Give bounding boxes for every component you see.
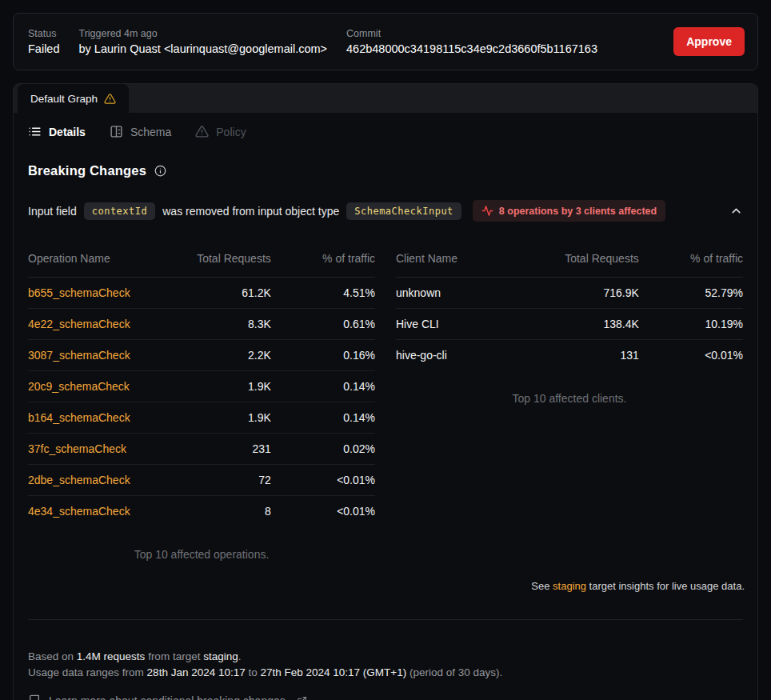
client-requests: 131	[556, 340, 639, 371]
operations-table: Operation Name Total Requests % of traff…	[28, 246, 375, 526]
operation-requests: 8	[188, 496, 271, 527]
table-row: 20c9_schemaCheck 1.9K 0.14%	[28, 371, 375, 402]
operation-link[interactable]: 4e34_schemaCheck	[28, 505, 130, 518]
operation-traffic: 0.16%	[271, 340, 375, 371]
operation-traffic: <0.01%	[271, 496, 375, 527]
operation-requests: 8.3K	[188, 309, 271, 340]
operations-header-traffic: % of traffic	[271, 246, 375, 278]
triggered-label: Triggered 4m ago	[79, 28, 328, 39]
operation-requests: 61.2K	[188, 278, 271, 309]
breaking-changes-title: Breaking Changes	[28, 163, 146, 178]
clients-caption: Top 10 affected clients.	[396, 392, 743, 405]
tab-details[interactable]: Details	[28, 125, 86, 138]
status-column: Status Failed	[28, 28, 60, 55]
operation-link[interactable]: 20c9_schemaCheck	[28, 380, 130, 393]
client-traffic: 10.19%	[639, 309, 743, 340]
graph-tab-strip: Default Graph	[14, 84, 757, 113]
tab-policy-label: Policy	[216, 126, 246, 138]
footer-divider	[28, 619, 743, 620]
commit-hash: 462b48000c34198115c34e9c2d3660f5b1167163	[346, 42, 597, 55]
insights-note: See staging target insights for live usa…	[26, 580, 745, 592]
clients-table-container: Client Name Total Requests % of traffic …	[396, 246, 743, 405]
usage-target-name: staging	[203, 650, 238, 662]
operation-traffic: 4.51%	[271, 278, 375, 309]
operations-caption: Top 10 affected operations.	[28, 548, 375, 561]
usage-text: from target	[148, 650, 200, 662]
operation-link[interactable]: 3087_schemaCheck	[28, 349, 130, 362]
table-row: Hive CLI 138.4K 10.19%	[396, 309, 743, 340]
warning-triangle-icon	[104, 93, 116, 105]
change-text-middle: was removed from input object type	[162, 205, 339, 218]
table-row: b164_schemaCheck 1.9K 0.14%	[28, 402, 375, 434]
triggered-column: Triggered 4m ago by Laurin Quast <laurin…	[79, 28, 328, 55]
operations-header-name: Operation Name	[28, 246, 188, 278]
chevron-up-icon[interactable]	[729, 204, 743, 218]
usage-text: Based on	[28, 650, 74, 662]
usage-text: to	[248, 666, 257, 678]
client-requests: 138.4K	[556, 309, 639, 340]
status-value: Failed	[28, 42, 60, 55]
graph-tab-label: Default Graph	[30, 93, 98, 105]
table-row: 4e34_schemaCheck 8 <0.01%	[28, 496, 375, 527]
table-row: 3087_schemaCheck 2.2K 0.16%	[28, 340, 375, 371]
operations-table-container: Operation Name Total Requests % of traff…	[28, 246, 375, 561]
breaking-changes-header: Breaking Changes	[28, 163, 743, 178]
status-label: Status	[28, 28, 60, 39]
usage-request-count: 1.4M requests	[77, 650, 146, 662]
field-code-badge: contextId	[84, 202, 156, 220]
learn-more-link[interactable]: Learn more about conditional breaking ch…	[28, 694, 743, 700]
operations-header-requests: Total Requests	[188, 246, 271, 278]
affected-tables: Operation Name Total Requests % of traff…	[28, 246, 743, 561]
affected-operations-badge: 8 operations by 3 clients affected	[473, 200, 665, 222]
schema-check-panel: Default Graph Details	[13, 83, 758, 700]
table-row: 37fc_schemaCheck 231 0.02%	[28, 434, 375, 465]
operation-requests: 1.9K	[188, 371, 271, 402]
staging-insights-link[interactable]: staging	[553, 580, 586, 592]
tab-default-graph[interactable]: Default Graph	[18, 84, 129, 113]
check-summary-card: Status Failed Triggered 4m ago by Laurin…	[13, 13, 758, 70]
client-name: hive-go-cli	[396, 340, 556, 371]
usage-text: Usage data ranges from	[28, 666, 144, 678]
operation-traffic: 0.14%	[271, 402, 375, 434]
operation-requests: 231	[188, 434, 271, 465]
operation-traffic: 0.14%	[271, 371, 375, 402]
list-icon	[28, 125, 42, 138]
client-requests: 716.9K	[556, 278, 639, 309]
table-row: unknown 716.9K 52.79%	[396, 278, 743, 309]
operation-requests: 2.2K	[188, 340, 271, 371]
operation-traffic: <0.01%	[271, 465, 375, 496]
external-link-icon	[297, 696, 307, 700]
clients-header-requests: Total Requests	[556, 246, 639, 278]
triggered-by: by Laurin Quast <laurinquast@googlemail.…	[79, 42, 328, 55]
usage-range-start: 28th Jan 2024 10:17	[147, 666, 246, 678]
clients-header-name: Client Name	[396, 246, 556, 278]
client-traffic: <0.01%	[639, 340, 743, 371]
usage-text: .	[238, 650, 242, 662]
usage-range-end: 27th Feb 2024 10:17 (GMT+1)	[261, 666, 407, 678]
clients-header-traffic: % of traffic	[639, 246, 743, 278]
table-row: 4e22_schemaCheck 8.3K 0.61%	[28, 309, 375, 340]
check-nav-tabs: Details Schema Policy	[14, 113, 757, 144]
approve-button[interactable]: Approve	[673, 27, 745, 56]
client-name: Hive CLI	[396, 309, 556, 340]
affected-operations-label: 8 operations by 3 clients affected	[499, 206, 657, 217]
table-row: 2dbe_schemaCheck 72 <0.01%	[28, 465, 375, 496]
operation-link[interactable]: b655_schemaCheck	[28, 286, 130, 299]
info-icon[interactable]	[154, 165, 166, 177]
tab-schema[interactable]: Schema	[110, 125, 171, 138]
activity-pulse-icon	[481, 205, 493, 217]
operation-link[interactable]: b164_schemaCheck	[28, 411, 130, 424]
schema-icon	[110, 125, 123, 138]
operation-link[interactable]: 2dbe_schemaCheck	[28, 474, 130, 486]
commit-column: Commit 462b48000c34198115c34e9c2d3660f5b…	[346, 28, 597, 55]
commit-label: Commit	[346, 28, 597, 39]
operation-link[interactable]: 4e22_schemaCheck	[28, 318, 130, 330]
tab-policy[interactable]: Policy	[195, 125, 246, 138]
client-name: unknown	[396, 278, 556, 309]
clients-table: Client Name Total Requests % of traffic …	[396, 246, 743, 370]
breaking-change-row[interactable]: Input field contextId was removed from i…	[28, 200, 743, 222]
usage-summary-line2: Usage data ranges from 28th Jan 2024 10:…	[28, 665, 743, 681]
operation-link[interactable]: 37fc_schemaCheck	[28, 442, 126, 455]
operation-requests: 1.9K	[188, 402, 271, 434]
change-text-prefix: Input field	[28, 205, 77, 218]
